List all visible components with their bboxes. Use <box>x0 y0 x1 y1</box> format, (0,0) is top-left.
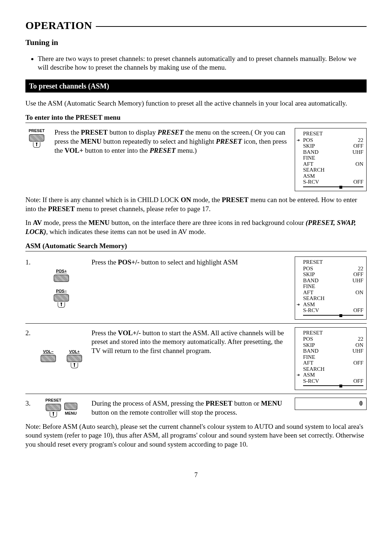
asm-intro: Use the ASM (Automatic Search Memory) fu… <box>25 99 367 108</box>
divider <box>25 251 367 251</box>
page-title: OPERATION <box>25 18 92 32</box>
step-1: 1. POS+ POS− Press the POS+/- button to … <box>25 257 367 320</box>
divider <box>25 323 367 324</box>
finger-icon <box>58 302 65 308</box>
black-bar-heading: To preset channels (ASM) <box>25 79 367 93</box>
pos-buttons-icon: POS+ POS− <box>38 257 85 320</box>
section-header: OPERATION <box>25 18 367 32</box>
page-number: 7 <box>25 471 367 479</box>
enter-heading: To enter into the PRESET menu <box>25 113 367 122</box>
subsection-title: Tuning in <box>25 37 367 48</box>
header-rule <box>96 26 367 27</box>
osd-menu-4: 0 <box>295 398 367 417</box>
step-2-text: Press the VOL+/- button to start the ASM… <box>91 327 288 390</box>
av-mode-note: In AV mode, press the MENU button, on th… <box>25 218 367 236</box>
osd-menu-3: PRESETPOS22SKIPONBANDUHFFINEAFTOFFSEARCH… <box>295 327 367 390</box>
osd-menu-1: PRESETPOS22SKIPOFFBANDUHFFINEAFTONSEARCH… <box>295 128 367 191</box>
asm-heading: ASM (Automatic Search Memory) <box>25 242 367 251</box>
step-number: 2. <box>25 327 31 390</box>
vol-buttons-icon: VOL− VOL+ <box>38 327 85 390</box>
preset-label: PRESET <box>29 128 45 133</box>
osd-menu-2: PRESETPOS22SKIPOFFBANDUHFFINEAFTONSEARCH… <box>295 257 367 320</box>
step-3-text: During the process of ASM, pressing the … <box>91 398 288 417</box>
osd-single-value: 0 <box>295 398 367 410</box>
remote-button-icon <box>64 403 77 410</box>
step-number: 3. <box>25 398 31 417</box>
preset-menu-buttons-icon: PRESET MENU <box>38 398 85 417</box>
remote-button-icon <box>29 134 44 141</box>
remote-button-icon <box>46 404 61 411</box>
press-preset-text: Press the PRESET button to display PRESE… <box>54 128 288 191</box>
divider <box>25 123 367 123</box>
remote-button-icon <box>41 355 56 362</box>
step-2: 2. VOL− VOL+ Press the VOL+/- button to … <box>25 327 367 390</box>
step-3: 3. PRESET MENU During the process of ASM… <box>25 398 367 417</box>
intro-bullet: There are two ways to preset channels: t… <box>38 54 367 72</box>
step-1-text: Press the POS+/- button to select and hi… <box>91 257 288 320</box>
finger-icon <box>71 363 78 368</box>
preset-button-icon: PRESET <box>25 128 48 191</box>
remote-button-icon <box>54 275 69 282</box>
note-before-asm: Note: Before ASM (Auto search), please s… <box>25 422 367 449</box>
finger-icon <box>50 412 57 417</box>
step-number: 1. <box>25 257 31 320</box>
remote-button-icon <box>54 294 69 301</box>
intro-list: There are two ways to preset channels: t… <box>25 54 367 72</box>
press-preset-row: PRESET Press the PRESET button to displa… <box>25 128 367 191</box>
finger-icon <box>33 142 40 148</box>
note-childlock: Note: If there is any channel which is i… <box>25 196 367 213</box>
divider <box>25 394 367 394</box>
remote-button-icon <box>67 355 82 362</box>
